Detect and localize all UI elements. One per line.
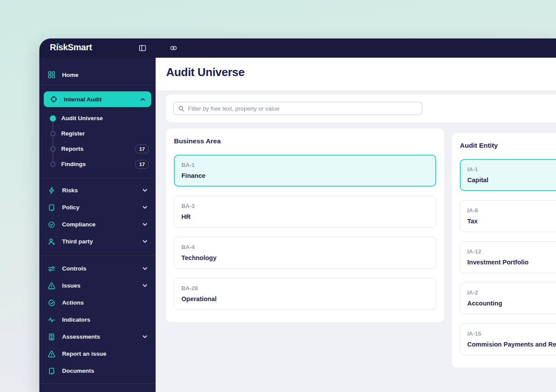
sidebar-divider bbox=[39, 383, 156, 384]
chevron-down-icon bbox=[142, 205, 148, 210]
card-id: IA-8 bbox=[467, 207, 556, 214]
main-content: Audit Universe bbox=[156, 58, 556, 392]
card-id: BA-28 bbox=[181, 285, 429, 292]
lightning-icon bbox=[47, 186, 56, 195]
card-id: IA-2 bbox=[467, 289, 556, 296]
sidebar-item-label: Third party bbox=[62, 238, 93, 245]
business-area-card-technology[interactable]: BA-4 Technology bbox=[174, 237, 436, 269]
sidebar-item-actions[interactable]: Actions bbox=[39, 294, 156, 311]
circle-check-icon bbox=[47, 298, 56, 307]
sidebar-item-label: Issues bbox=[62, 282, 80, 289]
business-area-card-finance[interactable]: BA-1 Finance bbox=[174, 155, 436, 187]
audit-entity-card-investment-portfolio[interactable]: IA-12 Investment Portfolio bbox=[460, 241, 556, 273]
sidebar-item-issues[interactable]: Issues bbox=[39, 277, 156, 294]
id-card-icon bbox=[47, 333, 56, 341]
document-check-icon bbox=[47, 367, 56, 375]
chevron-down-icon bbox=[142, 187, 148, 193]
sidebar-divider bbox=[39, 85, 156, 85]
sidebar-item-label: Controls bbox=[62, 265, 87, 272]
sidebar-item-risks[interactable]: Risks bbox=[39, 182, 156, 199]
sidebar-item-documents[interactable]: Documents bbox=[39, 362, 156, 379]
sidebar-item-report-an-issue[interactable]: Report an issue bbox=[39, 345, 156, 362]
findings-count-badge: 17 bbox=[136, 160, 149, 169]
sidebar-item-third-party[interactable]: Third party bbox=[39, 233, 156, 250]
business-area-panel: Business Area BA-1 Finance BA-3 HR BA-4 … bbox=[166, 128, 444, 322]
sidebar-item-label: Risks bbox=[62, 187, 78, 194]
reports-count-badge: 17 bbox=[136, 145, 149, 153]
card-id: IA-1 bbox=[467, 166, 556, 173]
chevron-down-icon bbox=[142, 334, 148, 340]
sidebar-item-label: Documents bbox=[62, 368, 94, 374]
card-id: IA-15 bbox=[467, 330, 556, 337]
sidebar-item-indicators[interactable]: Indicators bbox=[39, 311, 156, 328]
sidebar-item-label: Assessments bbox=[62, 333, 100, 340]
card-id: BA-1 bbox=[181, 162, 429, 169]
card-name: Finance bbox=[181, 172, 429, 180]
kanban-columns: Business Area BA-1 Finance BA-3 HR BA-4 … bbox=[166, 128, 556, 368]
sidebar-item-label: Internal Audit bbox=[64, 96, 102, 103]
sidebar-item-label: Report an issue bbox=[62, 350, 106, 357]
sidebar-item-audit-universe[interactable]: Audit Universe bbox=[39, 111, 156, 126]
sidebar-item-label: Indicators bbox=[62, 316, 90, 323]
card-name: Tax bbox=[467, 217, 556, 225]
bullet bbox=[50, 146, 56, 152]
audit-entity-card-capital[interactable]: IA-1 Capital bbox=[460, 159, 556, 191]
sidebar: Home Internal Audit bbox=[39, 58, 156, 392]
topbar: RiskSmart bbox=[39, 38, 556, 58]
seal-check-icon bbox=[47, 220, 56, 229]
sidebar-item-compliance[interactable]: Compliance bbox=[39, 216, 156, 233]
link-icon[interactable] bbox=[169, 44, 178, 52]
business-area-card-hr[interactable]: BA-3 HR bbox=[174, 196, 436, 228]
sidebar-item-controls[interactable]: Controls bbox=[39, 260, 156, 277]
page-title: Audit Universe bbox=[166, 65, 546, 80]
sidebar-item-label: Reports bbox=[61, 146, 83, 152]
chevron-down-icon bbox=[142, 283, 148, 288]
chevron-down-icon bbox=[142, 239, 148, 244]
sliders-icon bbox=[47, 264, 56, 273]
internal-audit-subnav: Audit Universe Register Reports 17 Findi… bbox=[39, 111, 156, 172]
sidebar-item-home[interactable]: Home bbox=[39, 65, 156, 85]
brand-dot bbox=[57, 43, 59, 45]
business-area-card-operational[interactable]: BA-28 Operational bbox=[174, 278, 436, 310]
grid-icon bbox=[47, 70, 56, 79]
card-id: BA-4 bbox=[181, 244, 429, 251]
card-name: Capital bbox=[467, 176, 556, 184]
sidebar-item-label: Compliance bbox=[62, 221, 96, 228]
card-name: HR bbox=[181, 213, 429, 221]
sidebar-item-assessments[interactable]: Assessments bbox=[39, 328, 156, 345]
sidebar-item-label: Home bbox=[62, 72, 79, 78]
sidebar-item-findings[interactable]: Findings 17 bbox=[39, 156, 156, 172]
card-id: IA-12 bbox=[467, 248, 556, 255]
bullet bbox=[50, 162, 56, 167]
audit-entity-card-accounting[interactable]: IA-2 Accounting bbox=[460, 282, 556, 314]
sidebar-item-internal-audit[interactable]: Internal Audit bbox=[44, 91, 151, 107]
panel-title: Business Area bbox=[174, 137, 436, 145]
alert-triangle-icon bbox=[47, 350, 56, 358]
collapse-sidebar-icon[interactable] bbox=[138, 44, 147, 52]
search-icon bbox=[178, 105, 184, 112]
chevron-down-icon bbox=[142, 266, 148, 271]
card-name: Commision Payments and Re bbox=[467, 340, 556, 348]
card-name: Investment Portfolio bbox=[467, 258, 556, 266]
sidebar-item-policy[interactable]: Policy bbox=[39, 199, 156, 216]
sidebar-item-label: Findings bbox=[61, 161, 86, 167]
card-name: Accounting bbox=[467, 299, 556, 307]
filter-input[interactable] bbox=[188, 105, 417, 112]
chevron-down-icon bbox=[142, 222, 148, 227]
page-header: Audit Universe bbox=[156, 58, 556, 91]
card-id: BA-3 bbox=[181, 203, 429, 210]
audit-entity-panel: Audit Entity IA-1 Capital IA-8 Tax IA-12… bbox=[452, 133, 556, 368]
filter-search-box[interactable] bbox=[173, 102, 422, 115]
chevron-up-icon bbox=[140, 97, 146, 102]
sidebar-item-register[interactable]: Register bbox=[39, 126, 156, 141]
document-check-icon bbox=[47, 203, 56, 212]
panel-title: Audit Entity bbox=[460, 142, 556, 149]
compass-icon bbox=[49, 95, 58, 104]
filter-bar bbox=[166, 94, 556, 122]
card-name: Technology bbox=[181, 254, 429, 262]
audit-entity-card-tax[interactable]: IA-8 Tax bbox=[460, 200, 556, 232]
sidebar-item-reports[interactable]: Reports 17 bbox=[39, 141, 156, 156]
sidebar-item-label: Policy bbox=[62, 204, 80, 211]
audit-entity-card-commision-payments[interactable]: IA-15 Commision Payments and Re bbox=[460, 323, 556, 355]
brand-logo: RiskSmart bbox=[50, 42, 92, 52]
